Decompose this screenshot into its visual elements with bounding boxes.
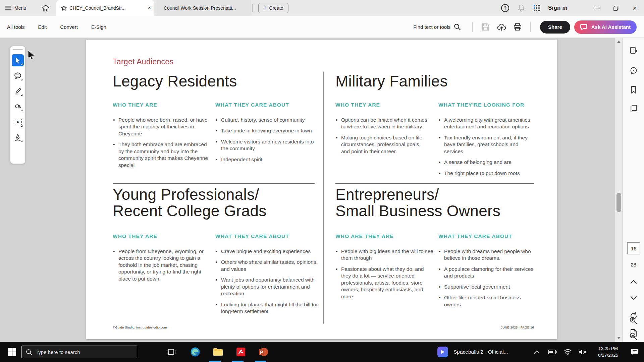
current-page-input[interactable]: 16 [627, 242, 640, 254]
task-view-button[interactable] [163, 342, 179, 362]
active-app-indicator [232, 361, 244, 362]
share-button[interactable]: Share [540, 21, 570, 34]
file-explorer-button[interactable] [210, 342, 226, 362]
save-button[interactable] [480, 21, 491, 33]
previous-page-button[interactable] [623, 276, 644, 288]
acrobat-button[interactable] [233, 342, 249, 362]
taskbar-clock[interactable]: 12:25 PM 6/27/2025 [590, 342, 627, 362]
divider-vertical [323, 72, 324, 324]
column-header: WHAT THEY CARE ABOUT [215, 102, 316, 108]
chevron-up-icon [534, 350, 539, 354]
menu-convert[interactable]: Convert [60, 24, 78, 30]
play-icon [441, 350, 445, 354]
print-button[interactable] [512, 21, 523, 33]
title-bar: Menu CHEY_Council_BrandStr... × Council … [0, 0, 644, 16]
scroll-up-icon[interactable] [617, 41, 621, 43]
menu-all-tools[interactable]: All tools [7, 24, 25, 30]
scroll-down-icon[interactable] [617, 337, 621, 339]
bullet-item: Others who share similar tastes, opinion… [215, 259, 318, 273]
cursor-arrow-icon [15, 57, 21, 64]
bookmark-icon [630, 86, 637, 94]
right-tool-rail: 16 28 [622, 38, 644, 342]
zoom-out-button[interactable] [622, 330, 644, 342]
zoom-in-button[interactable] [622, 314, 644, 326]
bullet-item: Other like-minded small business owners [438, 294, 536, 308]
find-label: Find text or tools [413, 24, 450, 30]
restore-button[interactable] [606, 0, 625, 16]
column-header: WHAT THEY'RE LOOKING FOR [438, 102, 535, 108]
search-icon [26, 349, 32, 355]
find-text-button[interactable]: Find text or tools [413, 23, 461, 31]
tab-chey-council-brandstr[interactable]: CHEY_Council_BrandStr... × [56, 0, 154, 16]
help-icon[interactable]: ? [501, 4, 509, 12]
slide-footer-credit: ©Guide Studio, Inc. guidestudio.com [113, 325, 167, 329]
home-button[interactable] [41, 4, 50, 12]
menu-button[interactable]: Menu [5, 0, 26, 16]
media-title[interactable]: Spaceballs 2 - Official... [453, 342, 508, 362]
bullet-list: People who were born, raised, or have sp… [113, 117, 211, 169]
bookmarks-panel-button[interactable] [623, 84, 644, 96]
media-play-button[interactable] [437, 347, 448, 357]
ask-ai-assistant-button[interactable]: Ask AI Assistant [574, 20, 637, 34]
bullet-item: Take pride in knowing everyone in town [215, 127, 316, 134]
vertical-scrollbar[interactable] [615, 38, 622, 342]
document-area: A Target Audiences Legacy Residents Mili… [0, 38, 644, 342]
sign-in-button[interactable]: Sign in [548, 5, 568, 11]
add-text-tool-button[interactable]: A [12, 116, 24, 128]
comments-panel-button[interactable] [623, 65, 644, 77]
windows-taskbar: P Spaceballs 2 - Official... [0, 342, 644, 362]
wifi-tray-icon[interactable] [561, 342, 575, 362]
divider-horizontal-right [335, 183, 534, 184]
comment-bubble-icon [14, 72, 21, 79]
hamburger-icon [5, 6, 11, 10]
clock-date: 6/27/2025 [598, 352, 618, 359]
total-pages-label: 28 [623, 262, 644, 267]
search-input[interactable] [36, 349, 126, 355]
windows-logo-icon [8, 348, 16, 356]
palette-drag-handle[interactable] [13, 49, 23, 50]
taskbar-search[interactable] [21, 346, 137, 358]
select-tool-button[interactable] [12, 54, 24, 66]
tab-council-work-session[interactable]: Council Work Session Presentati... [156, 0, 251, 16]
close-window-button[interactable]: × [625, 0, 644, 16]
bullet-item: Options can be limited when it comes to … [335, 117, 429, 130]
column-military-looking-for: WHAT THEY'RE LOOKING FOR A welcoming cit… [438, 102, 535, 181]
scrollbar-thumb[interactable] [616, 193, 621, 212]
action-center-icon [631, 348, 639, 356]
draw-tool-button[interactable] [12, 101, 24, 113]
powerpoint-button[interactable]: P [256, 342, 272, 362]
create-button[interactable]: + Create [258, 3, 288, 13]
notifications-bell-icon[interactable] [518, 4, 525, 12]
cloud-upload-button[interactable] [496, 21, 507, 33]
edge-button[interactable] [187, 342, 203, 362]
star-icon [61, 5, 67, 11]
share-label: Share [548, 24, 562, 30]
bullet-item: Want jobs and opportunity balanced with … [215, 277, 318, 297]
bullet-item: People with big ideas and the will to se… [335, 248, 435, 262]
tray-expand-button[interactable] [530, 342, 543, 362]
highlight-tool-button[interactable] [12, 85, 24, 97]
tab-close-icon[interactable]: × [148, 5, 151, 11]
volume-tray-icon[interactable] [576, 342, 590, 362]
minimize-button[interactable] [588, 0, 606, 16]
chevron-down-icon [630, 296, 637, 300]
next-page-button[interactable] [623, 292, 644, 304]
mouse-pointer [27, 50, 36, 60]
menu-edit[interactable]: Edit [38, 24, 47, 30]
start-button[interactable] [5, 342, 19, 362]
quadrant-title-young-professionals: Young Professionals/ Recent College Grad… [113, 186, 267, 219]
menu-esign[interactable]: E-Sign [91, 24, 106, 30]
battery-tray-icon[interactable] [545, 342, 559, 362]
page-thumbnails-button[interactable] [623, 103, 644, 115]
export-pdf-button[interactable] [623, 45, 644, 57]
app-switcher-icon[interactable] [533, 5, 540, 11]
fill-sign-tool-button[interactable] [12, 131, 24, 143]
active-app-indicator [209, 361, 221, 362]
comment-tool-button[interactable] [12, 70, 24, 82]
action-center-button[interactable] [627, 342, 643, 362]
bullet-item: Looking for places that might fill the b… [215, 301, 318, 315]
search-icon [454, 23, 461, 31]
column-young-care: WHAT THEY CARE ABOUT Crave unique and ex… [215, 233, 318, 319]
column-header: WHO THEY ARE [335, 102, 429, 108]
cloud-upload-icon [497, 23, 506, 31]
